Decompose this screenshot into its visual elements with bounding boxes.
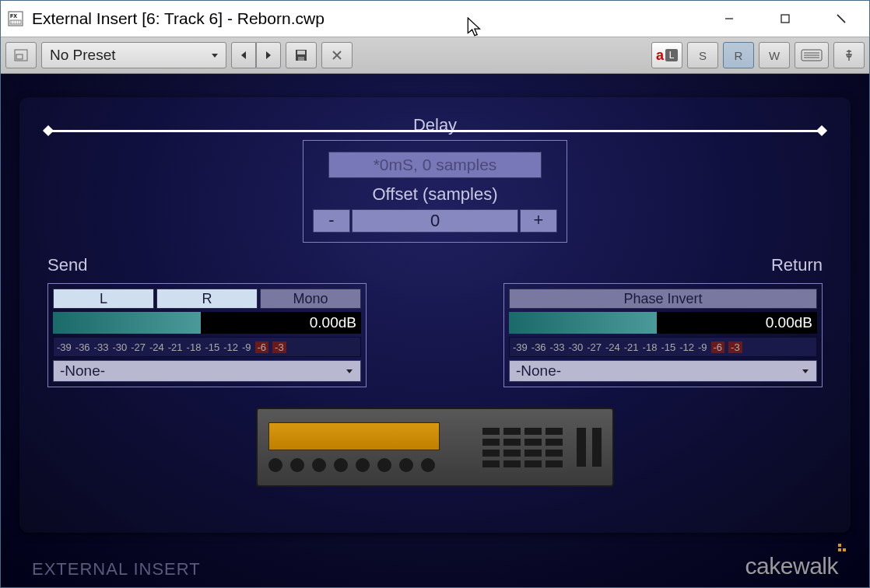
- delay-title: Delay: [47, 115, 823, 135]
- svg-rect-15: [298, 57, 304, 61]
- send-meter: -39-36-33-30-27-24-21-18-15-12-9-6-3: [53, 337, 361, 357]
- preset-label: No Preset: [50, 47, 115, 64]
- chevron-down-icon: [345, 366, 354, 376]
- send-left-button[interactable]: L: [53, 289, 154, 309]
- save-preset-button[interactable]: [286, 42, 317, 68]
- svg-text:FX: FX: [10, 13, 17, 19]
- close-button[interactable]: [813, 1, 869, 37]
- offset-minus-button[interactable]: -: [313, 209, 350, 233]
- plugin-body: Delay *0mS, 0 samples Offset (samples) -…: [1, 74, 869, 587]
- delay-section: *0mS, 0 samples Offset (samples) - 0 +: [303, 140, 567, 243]
- maximize-button[interactable]: [757, 1, 813, 37]
- return-routing-select[interactable]: -None-: [509, 360, 817, 382]
- send-right-button[interactable]: R: [156, 289, 258, 309]
- delay-display[interactable]: *0mS, 0 samples: [328, 152, 542, 178]
- svg-rect-8: [781, 15, 789, 23]
- send-mono-button[interactable]: Mono: [260, 289, 361, 309]
- chevron-down-icon: [210, 51, 219, 60]
- toolbar: No Preset aL S R W: [1, 37, 869, 74]
- main-panel: Delay *0mS, 0 samples Offset (samples) -…: [19, 97, 851, 533]
- next-preset-button[interactable]: [256, 42, 281, 68]
- return-meter: -39-36-33-30-27-24-21-18-15-12-9-6-3: [509, 337, 817, 357]
- plugin-window: FX External Insert [6: Track 6] - Reborn…: [0, 0, 870, 588]
- minimize-button[interactable]: [701, 1, 757, 37]
- return-gain-value: 0.00dB: [657, 314, 817, 331]
- chevron-down-icon: [801, 366, 810, 376]
- send-gain-slider[interactable]: 0.00dB: [53, 312, 361, 334]
- window-title: External Insert [6: Track 6] - Reborn.cw…: [32, 9, 701, 28]
- prev-preset-button[interactable]: [231, 42, 256, 68]
- send-label: Send: [47, 255, 87, 275]
- automation-lanes-button[interactable]: aL: [651, 42, 682, 68]
- return-section: Return Phase Invert 0.00dB -39-36-33-30-…: [503, 255, 823, 387]
- offset-label: Offset (samples): [313, 184, 557, 205]
- offset-value[interactable]: 0: [352, 209, 518, 233]
- return-gain-slider[interactable]: 0.00dB: [509, 312, 817, 334]
- divider: [47, 130, 823, 132]
- keyboard-button[interactable]: [795, 42, 829, 68]
- hardware-graphic: [256, 408, 614, 487]
- plugin-name: EXTERNAL INSERT: [32, 559, 201, 579]
- pin-button[interactable]: [833, 42, 865, 68]
- send-routing-select[interactable]: -None-: [53, 360, 361, 382]
- svg-rect-12: [16, 54, 23, 59]
- solo-button[interactable]: S: [687, 42, 718, 68]
- send-gain-value: 0.00dB: [201, 314, 361, 331]
- titlebar[interactable]: FX External Insert [6: Track 6] - Reborn…: [1, 1, 869, 37]
- write-button[interactable]: W: [759, 42, 790, 68]
- send-section: Send L R Mono 0.00dB -39-36-33-30-27-24-…: [47, 255, 367, 387]
- phase-invert-button[interactable]: Phase Invert: [509, 289, 817, 309]
- dock-button[interactable]: [5, 42, 37, 68]
- brand-logo: cakewalk: [745, 553, 838, 579]
- svg-rect-14: [297, 51, 305, 54]
- offset-plus-button[interactable]: +: [520, 209, 557, 233]
- delete-preset-button[interactable]: [321, 42, 353, 68]
- svg-line-10: [837, 15, 845, 23]
- return-label: Return: [771, 255, 823, 275]
- fx-icon: FX: [7, 10, 24, 27]
- read-button[interactable]: R: [723, 42, 754, 68]
- preset-select[interactable]: No Preset: [41, 42, 226, 68]
